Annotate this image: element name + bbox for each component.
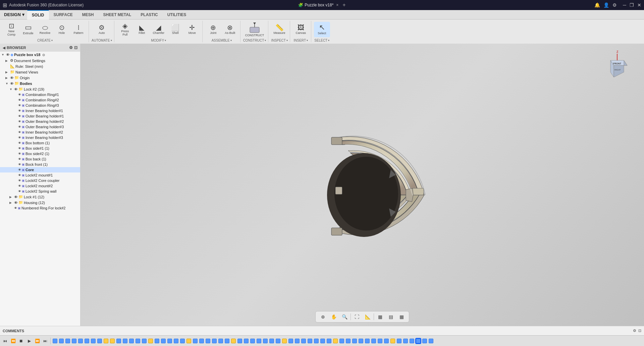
view-tool[interactable]: ▦ — [397, 313, 406, 321]
fit-tool[interactable]: ⛶ — [352, 313, 362, 321]
tree-item-combo-ring2[interactable]: 👁 ▣ Combination Ring#2 — [0, 97, 80, 103]
notification-icon[interactable]: 🔔 — [594, 2, 600, 8]
move-btn[interactable]: ✛ Move — [184, 22, 200, 37]
browser-collapse-icon[interactable]: ◀ — [3, 46, 5, 50]
tree-item-outer-brg2[interactable]: 👁 ▣ Outer Bearing holder#2 — [0, 119, 80, 124]
tree-item-bock-front[interactable]: 👁 ▣ Bock front (1) — [0, 162, 80, 167]
revolve-btn[interactable]: ⬭ Revolve — [37, 22, 53, 37]
canvas-btn[interactable]: 🖼 Canvas — [293, 22, 309, 37]
tl-first-btn[interactable]: ⏮ — [1, 337, 9, 345]
settings-icon[interactable]: ⚙ — [612, 2, 617, 8]
tree-item-box-bottom[interactable]: 👁 ▣ Box bottom (1) — [0, 140, 80, 146]
win-minimize-btn[interactable]: ─ — [623, 2, 626, 8]
doc-tab-label[interactable]: Puzzle box v18* — [305, 3, 333, 7]
tl-step-4[interactable] — [71, 337, 77, 345]
tl-play-btn[interactable]: ▶ — [25, 337, 33, 345]
tree-item-lock1[interactable]: ▶ 👁 📁 Lock #1 (12) — [0, 194, 80, 200]
tree-item-box-back[interactable]: 👁 ▣ Box back (1) — [0, 156, 80, 162]
tl-step-14[interactable] — [135, 337, 141, 345]
tree-item-box-side1[interactable]: 👁 ▣ Box side#1 (1) — [0, 146, 80, 151]
tl-step-2[interactable] — [58, 337, 64, 345]
tl-step-5[interactable] — [77, 337, 84, 345]
tl-step-49[interactable] — [358, 337, 364, 345]
viewport[interactable]: Z FRONT RIGHT ⊕ ✋ 🔍 ⛶ 📐 ▦ ▤ ▦ — [80, 44, 644, 326]
tl-step-24[interactable] — [199, 337, 205, 345]
tree-item-named-views[interactable]: ▶ 📁 Named Views — [0, 69, 80, 75]
tl-step-41[interactable] — [307, 337, 313, 345]
tree-item-rule[interactable]: 📐 Rule: Steel (mm) — [0, 63, 80, 69]
tab-sheet-metal[interactable]: SHEET METAL — [99, 10, 136, 19]
tree-item-lock2-mount2[interactable]: 👁 ▣ Lock#2 mount#2 — [0, 183, 80, 189]
pan-tool[interactable]: ✋ — [329, 313, 338, 321]
tab-utilities[interactable]: UTILITIES — [163, 10, 191, 19]
tl-step-44[interactable] — [326, 337, 332, 345]
tl-step-56[interactable] — [402, 337, 409, 345]
tl-step-57[interactable] — [409, 337, 415, 345]
zoom-tool[interactable]: 🔍 — [340, 313, 349, 321]
tree-item-lock2[interactable]: ▼ 👁 📁 Lock #2 (19) — [0, 86, 80, 92]
tl-step-42[interactable] — [313, 337, 319, 345]
display-tool[interactable]: ▦ — [375, 313, 385, 321]
automate-label[interactable]: AUTOMATE ▾ — [92, 39, 112, 42]
extrude-btn[interactable]: ▭ Extrude — [20, 22, 36, 37]
assemble-label[interactable]: ASSEMBLE ▾ — [212, 39, 232, 42]
select-label[interactable]: SELECT ▾ — [314, 39, 329, 42]
browser-settings-icon[interactable]: ⚙ — [69, 45, 73, 50]
tl-step-11[interactable] — [116, 337, 122, 345]
tl-step-38[interactable] — [288, 337, 294, 345]
tl-step-54[interactable] — [390, 337, 396, 345]
comments-expand-icon[interactable]: ⊡ — [638, 329, 641, 333]
tl-step-30[interactable] — [237, 337, 243, 345]
tl-step-23[interactable] — [192, 337, 198, 345]
new-tab-btn[interactable]: + — [342, 2, 345, 8]
tl-next-btn[interactable]: ⏩ — [34, 337, 41, 345]
tree-item-doc-settings[interactable]: ▶ ⚙ Document Settings — [0, 58, 80, 63]
browser-expand-icon[interactable]: ⊡ — [74, 45, 77, 50]
doc-tab-close[interactable]: × — [336, 3, 338, 7]
automate-btn[interactable]: ⚙ Auto — [94, 22, 110, 37]
tree-item-inner-brg1[interactable]: 👁 ▣ Inner Bearing holder#1 — [0, 108, 80, 113]
select-btn[interactable]: ↖ Select — [314, 22, 330, 37]
tl-step-46[interactable] — [339, 337, 345, 345]
tl-step-34[interactable] — [262, 337, 268, 345]
tl-step-25[interactable] — [205, 337, 211, 345]
tree-item-outer-brg1[interactable]: 👁 ▣ Outer Bearing holder#1 — [0, 113, 80, 119]
tab-plastic[interactable]: PLASTIC — [136, 10, 162, 19]
tl-step-18[interactable] — [160, 337, 166, 345]
win-restore-btn[interactable]: ❐ — [630, 2, 634, 8]
tl-step-60[interactable] — [428, 337, 434, 345]
tl-step-12[interactable] — [122, 337, 128, 345]
insert-label[interactable]: INSERT ▾ — [294, 39, 308, 42]
tl-step-58[interactable] — [415, 337, 421, 345]
tl-step-26[interactable] — [211, 337, 217, 345]
win-close-btn[interactable]: ✕ — [637, 2, 641, 8]
chamfer-btn[interactable]: ◢ Chamfer — [151, 22, 167, 37]
orientation-cube[interactable]: Z FRONT RIGHT — [604, 50, 631, 77]
tl-step-39[interactable] — [294, 337, 300, 345]
measure-vp-tool[interactable]: 📐 — [363, 313, 372, 321]
tl-step-36[interactable] — [275, 337, 281, 345]
tl-stop-btn[interactable]: ⏹ — [17, 337, 25, 345]
design-dropdown[interactable]: DESIGN ▾ — [1, 11, 27, 18]
tl-step-21[interactable] — [179, 337, 185, 345]
tl-step-43[interactable] — [320, 337, 326, 345]
tl-step-40[interactable] — [301, 337, 307, 345]
tl-step-50[interactable] — [364, 337, 370, 345]
tree-item-root[interactable]: ▼ 👁 ◈ Puzzle box v18 ⊙ — [0, 52, 80, 58]
shell-btn[interactable]: ⬜ Shell — [167, 22, 183, 37]
tl-step-20[interactable] — [173, 337, 179, 345]
tree-item-inner-brg3[interactable]: 👁 ▣ Inner Bearing holder#3 — [0, 135, 80, 140]
comments-settings-icon[interactable]: ⚙ — [633, 329, 636, 333]
tl-last-btn[interactable]: ⏭ — [42, 337, 49, 345]
tl-step-32[interactable] — [250, 337, 256, 345]
tl-step-37[interactable] — [281, 337, 287, 345]
tl-step-33[interactable] — [256, 337, 262, 345]
tl-step-47[interactable] — [345, 337, 351, 345]
create-label[interactable]: CREATE ▾ — [37, 39, 53, 42]
tree-item-combo-ring3[interactable]: 👁 ▣ Combination Ring#3 — [0, 103, 80, 108]
tree-item-numbered-ring[interactable]: 👁 ▣ Numbered Ring For lock#2 — [0, 205, 80, 211]
tree-item-bodies[interactable]: ▼ 👁 📁 Bodies — [0, 81, 80, 86]
tl-step-16[interactable] — [148, 337, 154, 345]
tl-step-45[interactable] — [332, 337, 338, 345]
tl-step-13[interactable] — [128, 337, 135, 345]
